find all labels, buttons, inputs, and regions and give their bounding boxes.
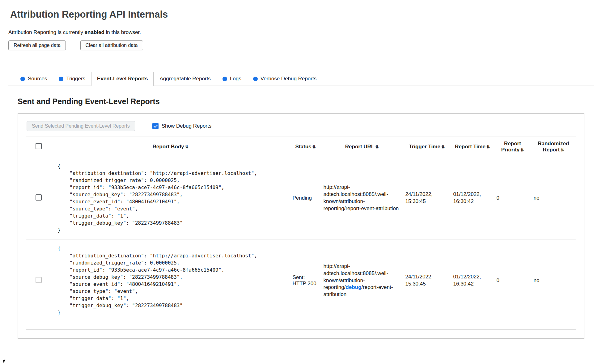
tab-strip: Sources Triggers Event-Level Reports Agg… xyxy=(8,72,594,86)
table-header-row: Report Body⇅ Status⇅ Report URL⇅ Trigger… xyxy=(26,137,576,157)
show-debug-reports-toggle[interactable]: Show Debug Reports xyxy=(152,123,212,129)
clear-all-attribution-data-button[interactable]: Clear all attribution data xyxy=(80,40,143,50)
table-footer-row xyxy=(26,322,576,330)
tab-label: Logs xyxy=(230,76,241,82)
report-time-cell: 01/12/2022, 16:30:42 xyxy=(451,239,494,322)
row-select-cell xyxy=(26,239,51,322)
status-enabled-text: enabled xyxy=(85,29,104,35)
report-body-cell: { "attribution_destination": "http://ara… xyxy=(51,239,290,322)
report-row-pending: { "attribution_destination": "http://ara… xyxy=(26,157,576,239)
col-header-randomized-report[interactable]: Randomized Report⇅ xyxy=(531,137,576,157)
debug-url-segment: debug xyxy=(346,284,361,290)
notification-dot-icon xyxy=(20,77,25,81)
panel-toolbar: Send Selected Pending Event-Level Report… xyxy=(27,121,575,131)
sort-toggle-icon: ⇅ xyxy=(375,145,379,149)
tab-aggregatable-reports[interactable]: Aggregatable Reports xyxy=(154,72,216,86)
trigger-time-cell: 24/11/2022, 15:30:45 xyxy=(403,157,451,239)
refresh-all-page-data-button[interactable]: Refresh all page data xyxy=(8,40,66,50)
sort-toggle-icon: ⇅ xyxy=(486,145,490,149)
top-actions: Refresh all page data Clear all attribut… xyxy=(8,40,594,50)
page-title: Attribution Reporting API Internals xyxy=(10,9,594,20)
col-header-label: Trigger Time xyxy=(409,144,440,150)
section-heading: Sent and Pending Event-Level Reports xyxy=(18,97,594,106)
col-header-status[interactable]: Status⇅ xyxy=(290,137,321,157)
status-cell: Sent: HTTP 200 xyxy=(290,239,321,322)
status-line: Attribution Reporting is currently enabl… xyxy=(8,29,594,36)
report-priority-cell: 0 xyxy=(494,157,531,239)
show-debug-reports-checkbox[interactable] xyxy=(152,123,159,129)
sort-toggle-icon: ⇅ xyxy=(561,148,564,152)
send-selected-reports-button[interactable]: Send Selected Pending Event-Level Report… xyxy=(27,121,135,131)
col-header-trigger-time[interactable]: Trigger Time⇅ xyxy=(403,137,451,157)
sort-toggle-icon: ⇅ xyxy=(185,145,189,149)
col-header-report-body[interactable]: Report Body⇅ xyxy=(51,137,290,157)
tab-event-level-reports[interactable]: Event-Level Reports xyxy=(91,72,154,86)
report-priority-cell: 0 xyxy=(494,239,531,322)
tab-sources[interactable]: Sources xyxy=(15,72,53,86)
mouse-cursor-icon xyxy=(3,360,6,363)
tab-label: Aggregatable Reports xyxy=(159,76,210,82)
col-header-label: Report Body xyxy=(153,144,184,150)
status-text-suffix: in this browser. xyxy=(104,29,141,35)
divider xyxy=(8,59,594,59)
report-url-cell: http://arapi-adtech.localhost:8085/.well… xyxy=(321,239,403,322)
tab-label: Sources xyxy=(28,76,47,82)
select-all-checkbox[interactable] xyxy=(36,143,42,149)
tab-label: Verbose Debug Reports xyxy=(261,76,316,82)
col-header-label: Report Priority xyxy=(501,141,521,153)
notification-dot-icon xyxy=(253,77,258,81)
randomized-report-cell: no xyxy=(531,239,576,322)
report-row-sent: { "attribution_destination": "http://ara… xyxy=(26,239,576,322)
report-url-text: report-event-attribution xyxy=(346,205,399,211)
randomized-report-cell: no xyxy=(531,157,576,239)
report-body-json: { "attribution_destination": "http://ara… xyxy=(53,243,288,318)
report-body-json: { "attribution_destination": "http://ara… xyxy=(53,161,288,235)
trigger-time-cell: 24/11/2022, 15:30:45 xyxy=(403,239,451,322)
sort-toggle-icon: ⇅ xyxy=(520,148,524,152)
tab-label: Event-Level Reports xyxy=(97,76,148,82)
col-header-label: Report URL xyxy=(345,144,374,150)
row-select-cell xyxy=(26,157,51,239)
show-debug-reports-label: Show Debug Reports xyxy=(162,123,212,129)
notification-dot-icon xyxy=(223,77,227,81)
select-all-header[interactable] xyxy=(26,137,51,157)
status-text-prefix: Attribution Reporting is currently xyxy=(8,29,85,35)
col-header-label: Randomized Report xyxy=(538,141,569,153)
tab-logs[interactable]: Logs xyxy=(217,72,247,86)
table-footer-spacer xyxy=(26,322,576,330)
col-header-report-url[interactable]: Report URL⇅ xyxy=(321,137,403,157)
reports-panel: Send Selected Pending Event-Level Report… xyxy=(18,113,584,339)
report-time-cell: 01/12/2022, 16:30:42 xyxy=(451,157,494,239)
status-cell: Pending xyxy=(290,157,321,239)
event-level-reports-table: Report Body⇅ Status⇅ Report URL⇅ Trigger… xyxy=(26,137,576,330)
tab-label: Triggers xyxy=(66,76,85,82)
report-body-cell: { "attribution_destination": "http://ara… xyxy=(51,157,290,239)
report-url-cell: http://arapi-adtech.localhost:8085/.well… xyxy=(321,157,403,239)
sort-toggle-icon: ⇅ xyxy=(312,145,316,149)
sort-toggle-icon: ⇅ xyxy=(441,145,445,149)
col-header-report-priority[interactable]: Report Priority⇅ xyxy=(494,137,531,157)
tab-triggers[interactable]: Triggers xyxy=(53,72,91,86)
notification-dot-icon xyxy=(59,77,63,81)
col-header-report-time[interactable]: Report Time⇅ xyxy=(451,137,494,157)
attribution-internals-page: Attribution Reporting API Internals Attr… xyxy=(0,0,602,364)
col-header-label: Status xyxy=(295,144,312,150)
col-header-label: Report Time xyxy=(455,144,485,150)
row-select-checkbox-disabled xyxy=(36,277,42,283)
tab-verbose-debug-reports[interactable]: Verbose Debug Reports xyxy=(247,72,322,86)
row-select-checkbox[interactable] xyxy=(36,194,42,201)
